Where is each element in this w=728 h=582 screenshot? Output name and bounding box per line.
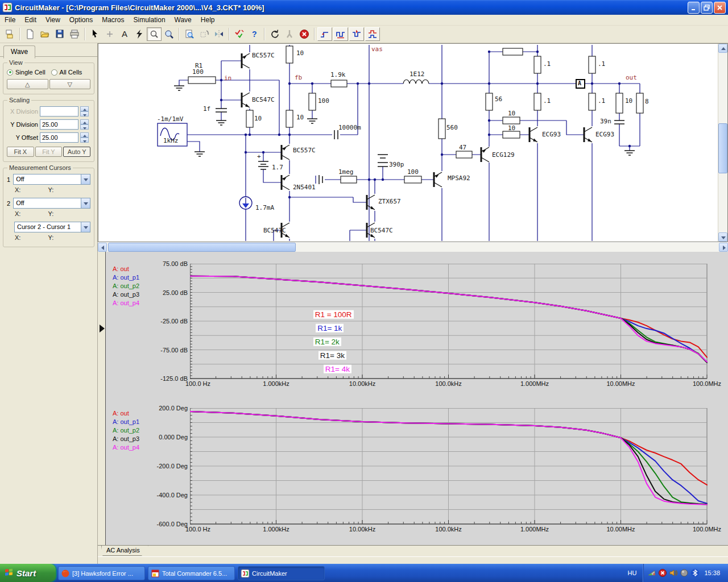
fit-y-button[interactable]: Fit Y [35, 147, 63, 157]
y-division-spin-up[interactable] [80, 119, 89, 124]
bluetooth-icon[interactable] [690, 568, 700, 577]
cursor2-select[interactable]: Off [13, 198, 90, 209]
probe-wrench-icon[interactable] [282, 27, 297, 41]
scroll-left-icon[interactable] [98, 243, 107, 252]
open-file-icon[interactable] [38, 27, 52, 41]
phase-plot-area [190, 408, 708, 525]
device-icon[interactable] [680, 568, 689, 577]
cell-down-button[interactable]: ▽ [49, 79, 91, 89]
wire-plus-icon[interactable] [102, 27, 117, 41]
y-offset-spin-up[interactable] [80, 132, 89, 138]
all-cells-radio[interactable] [51, 69, 57, 76]
cell-up-button[interactable]: △ [7, 79, 48, 89]
edit-simulation-icon[interactable] [232, 27, 247, 41]
auto-y-button[interactable]: Auto Y [63, 147, 90, 157]
square-waveform-icon[interactable] [333, 27, 348, 41]
single-cell-radio[interactable] [7, 69, 13, 76]
horizontal-scroll-thumb[interactable] [108, 243, 296, 252]
find-part-icon[interactable] [182, 27, 197, 41]
cursor-diff-select[interactable]: Cursor 2 - Cursor 1 [14, 222, 90, 232]
menu-wave[interactable]: Wave [170, 15, 196, 24]
step-waveform-icon[interactable] [317, 27, 332, 41]
phase-chart: A: outA: out_p1A: out_p2A: out_p3A: out_… [106, 408, 728, 525]
y-axis-label: -400.0 Deg [157, 492, 188, 498]
menu-options[interactable]: Options [65, 15, 97, 24]
pulse-waveform-icon[interactable] [349, 27, 364, 41]
scaling-group: Scaling X Division Y Division Y Offset [3, 100, 94, 162]
menu-edit[interactable]: Edit [20, 15, 41, 24]
schematic-canvas[interactable]: R1100inBC557CBC547C1f1010fb1.9k100101000… [98, 43, 728, 242]
menu-help[interactable]: Help [196, 15, 220, 24]
y-axis-label: 200.0 Deg [159, 405, 188, 411]
x-axis-label: 1.000kHz [263, 380, 289, 387]
delete-lightning-icon[interactable] [132, 27, 147, 41]
schematic-label: 1kHz [163, 137, 179, 144]
y-division-spin-down[interactable] [80, 124, 89, 130]
help-icon[interactable]: ? [247, 27, 262, 41]
y-division-input[interactable] [40, 119, 78, 130]
x-division-input[interactable] [40, 106, 78, 117]
legend-item: A: out_p1 [113, 273, 139, 282]
magnify-icon[interactable] [162, 27, 176, 41]
new-file-icon[interactable] [23, 27, 38, 41]
stop-icon[interactable] [297, 27, 312, 41]
antivirus-shield-icon[interactable] [658, 568, 667, 577]
magnitude-chart: A: outA: out_p1A: out_p2A: out_p3A: out_… [106, 264, 728, 380]
y-offset-spin-down[interactable] [80, 138, 89, 143]
fit-x-button[interactable]: Fit X [7, 147, 34, 157]
close-button[interactable] [714, 2, 726, 14]
task-total-commander[interactable]: Total Commander 6.5... [148, 566, 235, 580]
cursor-icon[interactable] [88, 27, 102, 41]
cursor1-select[interactable]: Off [13, 174, 90, 185]
cursor-diff-dropdown-icon[interactable] [81, 222, 90, 232]
total-commander-icon [151, 569, 160, 578]
cursor1-dropdown-icon[interactable] [81, 174, 90, 184]
cursor2-dropdown-icon[interactable] [81, 198, 90, 208]
mirror-icon[interactable] [212, 27, 226, 41]
multi-waveform-icon[interactable] [365, 27, 380, 41]
tab-ac-analysis[interactable]: AC Analysis [101, 546, 148, 556]
schematic-label: 100 [192, 68, 204, 76]
panel-expander-icon[interactable] [100, 325, 105, 332]
y-offset-input[interactable] [40, 132, 78, 143]
menu-simulation[interactable]: Simulation [129, 15, 170, 24]
reset-simulation-icon[interactable] [267, 27, 282, 41]
scroll-right-icon[interactable] [719, 243, 728, 252]
task-circuitmaker[interactable]: CircuitMaker [238, 566, 325, 580]
schematic-horizontal-scrollbar[interactable] [98, 242, 728, 252]
task-hawksford[interactable]: [3] Hawksford Error ... [58, 566, 145, 580]
schematic-vertical-scrollbar[interactable] [718, 44, 727, 242]
minimize-button[interactable] [688, 2, 700, 14]
schematic-label: .1 [598, 97, 605, 105]
x-division-spin-up[interactable] [80, 106, 89, 111]
parts-browser-icon[interactable] [2, 27, 17, 41]
vertical-scroll-thumb[interactable] [718, 123, 727, 173]
schematic-label: 100 [318, 97, 329, 105]
rotate-icon[interactable] [197, 27, 212, 41]
x-division-label: X Division [7, 108, 38, 115]
volume-icon[interactable] [669, 568, 678, 577]
wave-sidebar: Wave View Single Cell All Cells △ ▽ Scal… [0, 43, 98, 564]
scroll-up-icon[interactable] [718, 44, 727, 53]
start-button[interactable]: Start [0, 564, 56, 582]
menu-file[interactable]: File [0, 15, 20, 24]
save-icon[interactable] [52, 27, 67, 41]
menu-view[interactable]: View [41, 15, 65, 24]
print-icon[interactable] [67, 27, 82, 41]
circuitmaker-window: CircuitMaker - [C:\Program Files\Circuit… [0, 0, 728, 564]
chart-annotation: R1 = 100R [313, 310, 354, 319]
schematic-label: in [224, 74, 231, 82]
tab-wave[interactable]: Wave [3, 45, 35, 59]
x-division-spin-down[interactable] [80, 111, 89, 117]
schematic-label: BC557C [252, 52, 275, 59]
zoom-tool-icon[interactable] [147, 27, 162, 41]
schematic-label: 1.7 [272, 164, 283, 171]
language-indicator[interactable]: HU [621, 569, 644, 576]
scroll-down-icon[interactable] [718, 232, 727, 242]
svg-text:A: A [122, 29, 127, 39]
menu-macros[interactable]: Macros [97, 15, 129, 24]
tablet-icon[interactable] [647, 568, 656, 577]
taskbar: Start [3] Hawksford Error ... Total Comm… [0, 564, 728, 582]
text-tool-icon[interactable]: A [117, 27, 132, 41]
restore-button[interactable] [701, 2, 713, 14]
